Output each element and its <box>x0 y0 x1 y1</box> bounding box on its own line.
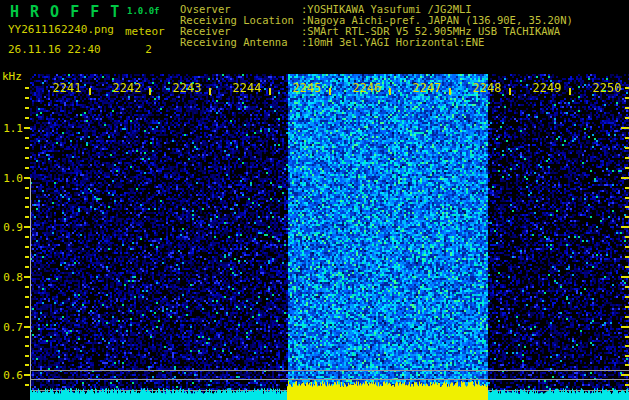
freq-minor-tick-left <box>25 147 29 149</box>
info-row-3: Receiving Antenna:10mH 3el.YAGI Horizont… <box>180 37 629 48</box>
freq-minor-tick-right <box>625 117 629 119</box>
freq-minor-tick-left <box>25 306 29 308</box>
freq-minor-tick-left <box>25 197 29 199</box>
freq-minor-tick-left <box>25 157 29 159</box>
freq-minor-tick-left <box>25 236 29 238</box>
time-label-2243: 2243 <box>173 81 202 95</box>
freq-minor-tick-right <box>625 137 629 139</box>
freq-minor-tick-right <box>625 306 629 308</box>
freq-minor-tick-right <box>625 147 629 149</box>
freq-minor-tick-left <box>25 336 29 338</box>
freq-minor-tick-right <box>625 187 629 189</box>
freq-minor-tick-right <box>625 256 629 258</box>
time-label-2241: 2241 <box>53 81 82 95</box>
freq-minor-tick-left <box>25 107 29 109</box>
hrofft-window: H R O F F T 1.0.0f YY2611162240.png mete… <box>0 0 629 400</box>
freq-major-tick-left <box>24 374 30 376</box>
mode-label: meteor <box>125 25 165 38</box>
freq-minor-tick-right <box>625 266 629 268</box>
freq-minor-tick-right <box>625 157 629 159</box>
time-label-2244: 2244 <box>233 81 262 95</box>
station-info-block: Ovserver:YOSHIKAWA Yasufumi /JG2MLIRecei… <box>180 4 629 48</box>
freq-label-0.7: 0.7 <box>0 321 23 334</box>
freq-minor-tick-left <box>25 187 29 189</box>
freq-minor-tick-left <box>25 256 29 258</box>
time-tick-2242 <box>149 88 151 95</box>
time-label-2242: 2242 <box>113 81 142 95</box>
freq-minor-tick-left <box>25 87 29 89</box>
time-label-2248: 2248 <box>473 81 502 95</box>
time-label-2249: 2249 <box>533 81 562 95</box>
output-filename: YY2611162240.png <box>8 23 114 36</box>
freq-minor-tick-left <box>25 296 29 298</box>
freq-minor-tick-left <box>25 266 29 268</box>
time-label-2247: 2247 <box>413 81 442 95</box>
time-tick-2241 <box>89 88 91 95</box>
freq-minor-tick-right <box>625 316 629 318</box>
freq-label-1.1: 1.1 <box>0 122 23 135</box>
freq-minor-tick-left <box>25 206 29 208</box>
freq-label-0.6: 0.6 <box>0 369 23 382</box>
time-label-2250: 2250 <box>593 81 622 95</box>
freq-major-tick-left <box>24 276 30 278</box>
freq-minor-tick-left <box>25 246 29 248</box>
freq-minor-tick-left <box>25 117 29 119</box>
meteor-count: 2 <box>125 43 172 56</box>
freq-label-1.0: 1.0 <box>0 172 23 185</box>
freq-minor-tick-right <box>625 296 629 298</box>
frequency-axis-unit: kHz <box>2 70 22 83</box>
time-label-2245: 2245 <box>293 81 322 95</box>
freq-major-tick-left <box>24 127 30 129</box>
time-tick-2249 <box>569 88 571 95</box>
info-value: :10mH 3el.YAGI Horizontal:ENE <box>301 37 484 48</box>
freq-major-tick-right <box>621 177 629 179</box>
freq-minor-tick-left <box>25 137 29 139</box>
time-tick-2245 <box>329 88 331 95</box>
freq-minor-tick-right <box>625 384 629 386</box>
freq-minor-tick-right <box>625 97 629 99</box>
freq-major-tick-left <box>24 226 30 228</box>
info-label: Receiving Antenna <box>180 37 301 48</box>
time-tick-2248 <box>509 88 511 95</box>
freq-minor-tick-right <box>625 286 629 288</box>
app-version: 1.0.0f <box>127 6 160 16</box>
time-label-2246: 2246 <box>353 81 382 95</box>
freq-label-0.9: 0.9 <box>0 221 23 234</box>
freq-label-0.8: 0.8 <box>0 271 23 284</box>
freq-major-tick-right <box>621 226 629 228</box>
time-tick-2247 <box>449 88 451 95</box>
spectrogram-canvas <box>30 74 629 400</box>
freq-minor-tick-right <box>625 107 629 109</box>
freq-minor-tick-right <box>625 355 629 357</box>
freq-minor-tick-left <box>25 316 29 318</box>
freq-minor-tick-right <box>625 236 629 238</box>
freq-minor-tick-right <box>625 216 629 218</box>
freq-minor-tick-right <box>625 206 629 208</box>
freq-major-tick-right <box>621 326 629 328</box>
freq-minor-tick-right <box>625 364 629 366</box>
freq-minor-tick-right <box>625 336 629 338</box>
freq-minor-tick-left <box>25 355 29 357</box>
record-datetime: 26.11.16 22:40 <box>8 43 101 56</box>
freq-major-tick-right <box>621 127 629 129</box>
freq-major-tick-right <box>621 374 629 376</box>
freq-minor-tick-left <box>25 345 29 347</box>
time-tick-2246 <box>389 88 391 95</box>
freq-minor-tick-left <box>25 216 29 218</box>
freq-major-tick-right <box>621 276 629 278</box>
freq-minor-tick-right <box>625 197 629 199</box>
freq-minor-tick-right <box>625 167 629 169</box>
freq-major-tick-left <box>24 177 30 179</box>
freq-minor-tick-left <box>25 286 29 288</box>
time-tick-2244 <box>269 88 271 95</box>
freq-major-tick-left <box>24 326 30 328</box>
freq-minor-tick-left <box>25 167 29 169</box>
freq-minor-tick-left <box>25 384 29 386</box>
freq-minor-tick-right <box>625 87 629 89</box>
app-title: H R O F F T <box>10 3 120 21</box>
freq-minor-tick-right <box>625 246 629 248</box>
time-tick-2243 <box>209 88 211 95</box>
freq-minor-tick-left <box>25 97 29 99</box>
freq-minor-tick-right <box>625 345 629 347</box>
freq-minor-tick-left <box>25 364 29 366</box>
